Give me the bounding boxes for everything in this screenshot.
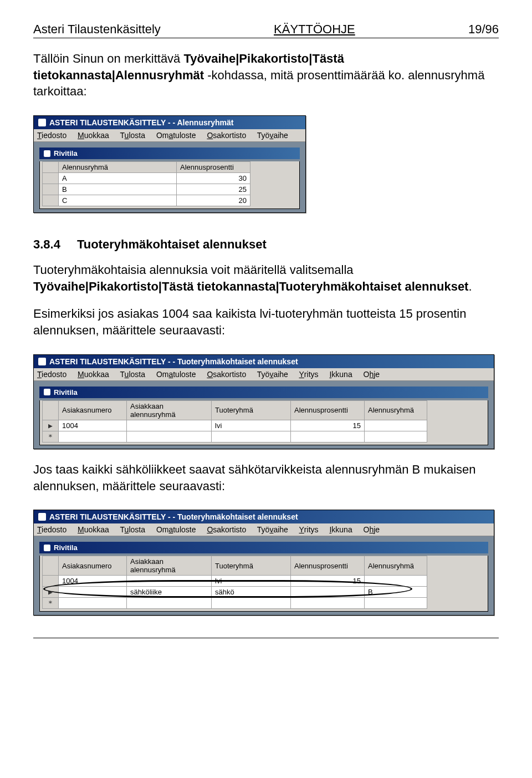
header-center: KÄYTTÖOHJE: [274, 22, 355, 37]
col-alennusprosentti[interactable]: Alennusprosentti: [177, 162, 250, 173]
col[interactable]: Alennusryhmä: [365, 400, 427, 420]
cell[interactable]: 15: [291, 576, 365, 587]
table-row[interactable]: C 20: [43, 195, 250, 206]
cell[interactable]: lvi: [212, 420, 291, 431]
menu-tyovaihe[interactable]: Työvaihe: [257, 525, 288, 534]
col[interactable]: Alennusprosentti: [291, 556, 365, 576]
cell[interactable]: lvi: [212, 576, 291, 587]
col[interactable]: Asiakkaan alennusryhmä: [127, 400, 212, 420]
child-title: Rivitila: [54, 543, 78, 552]
col[interactable]: Alennusprosentti: [291, 400, 365, 420]
table-row[interactable]: 1004 lvi 15: [43, 576, 427, 587]
grid-tuotealennukset[interactable]: Asiakasnumero Asiakkaan alennusryhmä Tuo…: [42, 556, 427, 609]
table-row-new[interactable]: *: [43, 598, 427, 609]
menu-tiedosto[interactable]: Tiedosto: [37, 131, 66, 140]
new-row-icon[interactable]: *: [43, 598, 59, 609]
menu-osakortisto[interactable]: Osakortisto: [207, 525, 246, 534]
menu-omatuloste[interactable]: Omatuloste: [156, 131, 196, 140]
table-row[interactable]: ▶ sähköliike sähkö B: [43, 587, 427, 598]
menu-osakortisto[interactable]: Osakortisto: [207, 131, 246, 140]
menu-yritys[interactable]: Yritys: [299, 525, 319, 534]
paragraph: Tuoteryhmäkohtaisia alennuksia voit määr…: [33, 262, 499, 294]
new-row-icon[interactable]: *: [43, 431, 59, 442]
menu-muokkaa[interactable]: Muokkaa: [78, 370, 109, 379]
window-title: ASTERI TILAUSTENKÄSITTELY - - Tuoteryhmä…: [49, 357, 298, 366]
table-row[interactable]: B 25: [43, 184, 250, 195]
cell[interactable]: [127, 576, 212, 587]
menu-ohje[interactable]: Ohje: [364, 525, 380, 534]
text: .: [468, 279, 472, 293]
cell[interactable]: [59, 598, 127, 609]
col[interactable]: Asiakkaan alennusryhmä: [127, 556, 212, 576]
grid-alennusryhmat[interactable]: Alennusryhmä Alennusprosentti A 30 B 25: [42, 161, 250, 206]
table-row[interactable]: A 30: [43, 173, 250, 184]
child-title: Rivitila: [54, 149, 78, 157]
cell[interactable]: B: [365, 587, 427, 598]
cell[interactable]: [365, 576, 427, 587]
row-selector[interactable]: [43, 576, 59, 587]
grid-wrap: Asiakasnumero Asiakkaan alennusryhmä Tuo…: [39, 556, 488, 612]
cell[interactable]: 20: [177, 195, 250, 206]
cell[interactable]: 25: [177, 184, 250, 195]
cell[interactable]: B: [59, 184, 177, 195]
cell[interactable]: [365, 431, 427, 442]
col[interactable]: Tuoteryhmä: [212, 400, 291, 420]
col-alennusryhma[interactable]: Alennusryhmä: [59, 162, 177, 173]
grid-tuotealennukset[interactable]: Asiakasnumero Asiakkaan alennusryhmä Tuo…: [42, 400, 427, 443]
cell[interactable]: [291, 598, 365, 609]
menu-bar[interactable]: Tiedosto Muokkaa Tulosta Omatuloste Osak…: [34, 523, 494, 536]
col[interactable]: Asiakasnumero: [59, 400, 127, 420]
menu-tulosta[interactable]: Tulosta: [120, 131, 145, 140]
col[interactable]: Asiakasnumero: [59, 556, 127, 576]
cell[interactable]: 1004: [59, 420, 127, 431]
menu-tulosta[interactable]: Tulosta: [120, 525, 145, 534]
menu-ikkuna[interactable]: Ikkuna: [329, 525, 352, 534]
cell[interactable]: [365, 598, 427, 609]
menu-omatuloste[interactable]: Omatuloste: [156, 525, 196, 534]
row-selector-header: [43, 556, 59, 576]
cell[interactable]: [59, 431, 127, 442]
menu-tiedosto[interactable]: Tiedosto: [37, 525, 66, 534]
menu-osakortisto[interactable]: Osakortisto: [207, 370, 246, 379]
menu-muokkaa[interactable]: Muokkaa: [78, 131, 109, 140]
row-selector[interactable]: [43, 184, 59, 195]
cell[interactable]: 30: [177, 173, 250, 184]
row-selector[interactable]: ▶: [43, 420, 59, 431]
table-row-new[interactable]: *: [43, 431, 427, 442]
menu-muokkaa[interactable]: Muokkaa: [78, 525, 109, 534]
cell[interactable]: [127, 420, 212, 431]
cell[interactable]: 1004: [59, 576, 127, 587]
cell[interactable]: A: [59, 173, 177, 184]
cell[interactable]: sähkö: [212, 587, 291, 598]
cell[interactable]: [127, 598, 212, 609]
menu-omatuloste[interactable]: Omatuloste: [156, 370, 196, 379]
menu-tyovaihe[interactable]: Työvaihe: [257, 131, 288, 140]
cell[interactable]: [212, 431, 291, 442]
menu-bar[interactable]: Tiedosto Muokkaa Tulosta Omatuloste Osak…: [34, 368, 494, 381]
col[interactable]: Tuoteryhmä: [212, 556, 291, 576]
menu-ikkuna[interactable]: Ikkuna: [329, 370, 352, 379]
cell[interactable]: [291, 431, 365, 442]
menu-tiedosto[interactable]: Tiedosto: [37, 370, 66, 379]
cell[interactable]: [365, 420, 427, 431]
cell[interactable]: [127, 431, 212, 442]
cell[interactable]: [212, 598, 291, 609]
section-title: Tuoteryhmäkohtaiset alennukset: [77, 237, 267, 252]
bold-path: Työvaihe|Pikakortisto|Tästä tietokannast…: [33, 279, 468, 293]
table-row[interactable]: ▶ 1004 lvi 15: [43, 420, 427, 431]
cell[interactable]: sähköliike: [127, 587, 212, 598]
menu-tulosta[interactable]: Tulosta: [120, 370, 145, 379]
col[interactable]: Alennusryhmä: [365, 556, 427, 576]
cell[interactable]: [291, 587, 365, 598]
row-selector[interactable]: ▶: [43, 587, 59, 598]
row-selector[interactable]: [43, 195, 59, 206]
cell[interactable]: [59, 587, 127, 598]
row-selector[interactable]: [43, 173, 59, 184]
text: Tuoteryhmäkohtaisia alennuksia voit määr…: [33, 263, 354, 277]
menu-bar[interactable]: Tiedosto Muokkaa Tulosta Omatuloste Osak…: [34, 129, 305, 142]
menu-ohje[interactable]: Ohje: [364, 370, 380, 379]
menu-tyovaihe[interactable]: Työvaihe: [257, 370, 288, 379]
cell[interactable]: C: [59, 195, 177, 206]
cell[interactable]: 15: [291, 420, 365, 431]
menu-yritys[interactable]: Yritys: [299, 370, 319, 379]
